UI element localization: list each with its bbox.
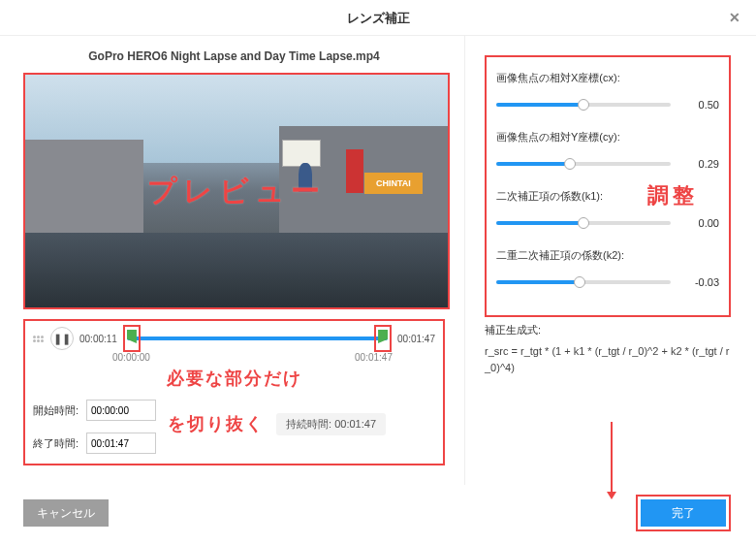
slider-cy-label: 画像焦点の相対Y座標(cy): bbox=[496, 130, 719, 144]
preview-annotation: プレビュー bbox=[147, 172, 326, 211]
slider-cy-value: 0.29 bbox=[678, 158, 719, 170]
duration-label: 持続時間: bbox=[286, 418, 331, 430]
slider-cy-group: 画像焦点の相対Y座標(cy): 0.29 bbox=[496, 130, 719, 170]
slider-k2[interactable] bbox=[496, 280, 671, 284]
trim-annotation-1: 必要な部分だけ bbox=[33, 367, 435, 390]
slider-cx-group: 画像焦点の相対X座標(cx): 0.50 bbox=[496, 71, 719, 111]
chintai-sign: CHINTAI bbox=[364, 173, 423, 194]
timeline-section: ❚❚ 00:00:11 00:01:47 00:00:00 00:01:47 必… bbox=[23, 319, 445, 465]
dialog-title: レンズ補正 bbox=[347, 11, 410, 25]
slider-k2-value: -0.03 bbox=[678, 276, 719, 288]
done-button[interactable]: 完了 bbox=[641, 499, 726, 527]
trim-annotation-2: を切り抜く bbox=[168, 412, 265, 435]
video-preview[interactable]: CHINTAI プレビュー bbox=[23, 73, 450, 309]
right-panel: 画像焦点の相対X座標(cx): 0.50 画像焦点の相対Y座標(cy): bbox=[465, 36, 756, 485]
timeline-track[interactable] bbox=[127, 337, 388, 340]
timeline-row: ❚❚ 00:00:11 00:01:47 bbox=[33, 327, 435, 350]
title-bar: レンズ補正 ✕ bbox=[0, 0, 756, 36]
lens-correction-dialog: レンズ補正 ✕ GoPro HERO6 Night Lapse and Day … bbox=[0, 0, 756, 545]
slider-k2-label: 二重二次補正項の係数(k2): bbox=[496, 248, 719, 263]
end-marker-highlight bbox=[374, 325, 392, 352]
content-area: GoPro HERO6 Night Lapse and Day Time Lap… bbox=[0, 36, 756, 485]
duration-box: 持続時間: 00:01:47 bbox=[276, 413, 386, 435]
pause-button[interactable]: ❚❚ bbox=[50, 327, 74, 350]
arrow-down-annotation bbox=[611, 422, 613, 497]
file-name: GoPro HERO6 Night Lapse and Day Time Lap… bbox=[23, 49, 445, 63]
drag-handle-icon[interactable] bbox=[33, 336, 45, 342]
start-marker-highlight bbox=[123, 325, 141, 352]
time-labels-under: 00:00:00 00:01:47 bbox=[112, 352, 393, 363]
start-time-label: 開始時間: bbox=[33, 403, 79, 418]
slider-k2-group: 二重二次補正項の係数(k2): -0.03 bbox=[496, 248, 719, 288]
end-time-row: 終了時間: bbox=[33, 433, 156, 454]
end-time-label: 終了時間: bbox=[33, 436, 79, 451]
slider-cx-value: 0.50 bbox=[678, 99, 719, 111]
cancel-button[interactable]: キャンセル bbox=[23, 499, 109, 527]
slider-k1-value: 0.00 bbox=[678, 217, 719, 229]
slider-cx-label: 画像焦点の相対X座標(cx): bbox=[496, 71, 719, 85]
start-under: 00:00:00 bbox=[112, 352, 150, 363]
close-icon[interactable]: ✕ bbox=[729, 10, 740, 25]
slider-k1[interactable] bbox=[496, 221, 671, 225]
start-time-row: 開始時間: bbox=[33, 400, 156, 421]
formula-text: r_src = r_tgt * (1 + k1 * (r_tgt / r_0)^… bbox=[485, 343, 731, 375]
end-under: 00:01:47 bbox=[355, 352, 393, 363]
left-panel: GoPro HERO6 Night Lapse and Day Time Lap… bbox=[0, 36, 465, 485]
slider-cy[interactable] bbox=[496, 162, 671, 166]
duration-value: 00:01:47 bbox=[334, 418, 376, 430]
current-time: 00:00:11 bbox=[79, 334, 117, 344]
start-time-input[interactable] bbox=[86, 400, 156, 421]
end-time: 00:01:47 bbox=[397, 334, 435, 344]
done-highlight: 完了 bbox=[636, 495, 731, 531]
slider-cx[interactable] bbox=[496, 103, 671, 107]
end-time-input[interactable] bbox=[86, 433, 156, 454]
footer: キャンセル 完了 bbox=[0, 485, 756, 545]
formula-label: 補正生成式: bbox=[485, 323, 731, 337]
adjust-annotation: 調整 bbox=[647, 181, 698, 210]
